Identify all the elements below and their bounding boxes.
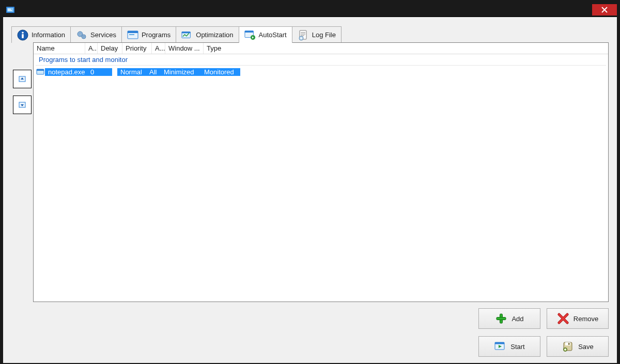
svg-rect-25 <box>37 69 44 71</box>
svg-rect-27 <box>497 318 506 320</box>
cell-name: notepad.exe <box>45 68 87 76</box>
column-arguments[interactable]: A... <box>85 43 98 54</box>
column-affinity[interactable]: A... <box>152 43 165 54</box>
svg-rect-13 <box>129 34 134 35</box>
program-icon <box>36 68 45 75</box>
tab-services[interactable]: Services <box>70 26 122 43</box>
tab-programs[interactable]: Programs <box>121 26 176 43</box>
cell-type: Monitored <box>201 68 240 76</box>
svg-rect-3 <box>8 10 12 11</box>
info-icon <box>17 29 28 41</box>
column-priority[interactable]: Priority <box>122 43 152 54</box>
autostart-list[interactable]: Name A... Delay Priority A... Window ...… <box>33 42 609 302</box>
save-button[interactable]: Save <box>547 336 609 357</box>
move-up-button[interactable] <box>13 70 32 88</box>
add-button[interactable]: Add <box>478 308 540 329</box>
svg-rect-1 <box>7 8 13 12</box>
move-down-button[interactable] <box>13 96 32 114</box>
save-icon <box>562 340 574 353</box>
button-label: Remove <box>574 315 598 323</box>
button-label: Save <box>578 343 594 351</box>
plus-icon <box>495 312 507 325</box>
svg-rect-17 <box>244 30 253 32</box>
tab-strip: Information Services Programs Optimizati… <box>11 26 609 43</box>
column-window[interactable]: Window ... <box>165 43 204 54</box>
cell-affinity: All <box>146 68 161 76</box>
svg-rect-2 <box>8 9 11 9</box>
remove-button[interactable]: Remove <box>547 308 609 329</box>
column-type[interactable]: Type <box>204 43 266 54</box>
autostart-icon <box>244 29 256 41</box>
optimization-icon <box>181 29 193 41</box>
tab-label: Programs <box>142 31 171 39</box>
tab-logfile[interactable]: Log File <box>292 26 342 43</box>
start-button[interactable]: Start <box>478 336 540 357</box>
svg-point-5 <box>22 31 24 34</box>
list-row[interactable]: notepad.exe 0 Normal All Minimized Monit… <box>36 67 606 77</box>
tab-autostart[interactable]: AutoStart <box>239 26 292 43</box>
svg-rect-12 <box>128 31 138 33</box>
x-icon <box>557 312 569 325</box>
group-header: Programs to start and monitor <box>36 54 606 66</box>
tab-information[interactable]: Information <box>11 26 71 43</box>
cell-window: Minimized <box>161 68 201 76</box>
svg-point-10 <box>83 36 84 37</box>
svg-rect-32 <box>568 343 570 345</box>
svg-rect-29 <box>495 342 504 344</box>
tab-label: Optimization <box>196 31 233 39</box>
cell-priority: Normal <box>117 68 146 76</box>
window-icon <box>127 29 138 41</box>
tab-label: AutoStart <box>259 31 287 39</box>
close-button[interactable] <box>592 4 617 15</box>
svg-rect-6 <box>22 34 24 38</box>
column-name[interactable]: Name <box>34 43 85 54</box>
svg-point-9 <box>79 33 81 35</box>
cell-delay: 0 <box>87 68 112 76</box>
start-icon <box>494 340 506 353</box>
tab-optimization[interactable]: Optimization <box>176 26 239 43</box>
column-delay[interactable]: Delay <box>98 43 122 54</box>
button-label: Start <box>510 343 524 351</box>
tab-label: Log File <box>312 31 336 39</box>
titlebar[interactable] <box>3 3 617 17</box>
app-icon <box>6 6 14 13</box>
tab-label: Information <box>32 31 65 39</box>
list-header[interactable]: Name A... Delay Priority A... Window ...… <box>34 43 608 54</box>
button-label: Add <box>512 315 523 323</box>
svg-rect-15 <box>182 31 191 33</box>
gears-icon <box>76 29 87 41</box>
svg-point-21 <box>300 37 302 39</box>
logfile-icon <box>298 29 309 41</box>
tab-label: Services <box>90 31 116 39</box>
